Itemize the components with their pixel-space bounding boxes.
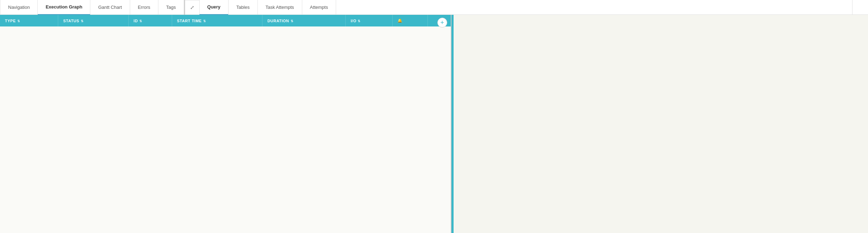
top-navigation: NavigationExecution GraphGantt ChartErro… xyxy=(0,0,868,15)
col-header-start_time[interactable]: START TIME⇅ xyxy=(172,15,262,26)
left-panel: + TYPE⇅STATUS⇅ID⇅START TIME⇅DURATION⇅I/O… xyxy=(0,15,451,233)
table-wrapper: + TYPE⇅STATUS⇅ID⇅START TIME⇅DURATION⇅I/O… xyxy=(0,15,451,26)
data-table: TYPE⇅STATUS⇅ID⇅START TIME⇅DURATION⇅I/O⇅🔔 xyxy=(0,15,451,26)
tab-tags[interactable]: Tags xyxy=(158,0,184,15)
col-header-alert[interactable]: 🔔 xyxy=(392,15,427,26)
tab-execution-graph[interactable]: Execution Graph xyxy=(38,0,90,15)
tab-tables[interactable]: Tables xyxy=(228,0,258,15)
main-layout: + TYPE⇅STATUS⇅ID⇅START TIME⇅DURATION⇅I/O… xyxy=(0,15,868,233)
tab-errors[interactable]: Errors xyxy=(130,0,158,15)
tab-attempts[interactable]: Attempts xyxy=(302,0,336,15)
tab-query[interactable]: Query xyxy=(199,0,229,15)
col-header-id[interactable]: ID⇅ xyxy=(128,15,172,26)
expand-icon-button[interactable]: ⤢ xyxy=(185,0,200,15)
right-nav-section: ⤢ QueryTablesTask AttemptsAttempts xyxy=(184,0,868,15)
col-header-type[interactable]: TYPE⇅ xyxy=(0,15,58,26)
col-header-io[interactable]: I/O⇅ xyxy=(346,15,392,26)
sort-icon: ⇅ xyxy=(81,19,84,23)
right-panel xyxy=(451,15,868,233)
code-area xyxy=(454,15,478,233)
col-header-status[interactable]: STATUS⇅ xyxy=(58,15,129,26)
col-header-duration[interactable]: DURATION⇅ xyxy=(262,15,346,26)
sort-icon: ⇅ xyxy=(139,19,142,23)
copy-query-button[interactable] xyxy=(852,0,868,15)
sort-icon: ⇅ xyxy=(291,19,294,23)
table-header-row: TYPE⇅STATUS⇅ID⇅START TIME⇅DURATION⇅I/O⇅🔔 xyxy=(0,15,451,26)
sort-icon: ⇅ xyxy=(17,19,20,23)
tab-navigation[interactable]: Navigation xyxy=(0,0,38,15)
sort-icon: ⇅ xyxy=(358,19,361,23)
table-header: TYPE⇅STATUS⇅ID⇅START TIME⇅DURATION⇅I/O⇅🔔 xyxy=(0,15,451,26)
tab-gantt-chart[interactable]: Gantt Chart xyxy=(90,0,130,15)
tab-task-attempts[interactable]: Task Attempts xyxy=(257,0,302,15)
left-nav-tabs: NavigationExecution GraphGantt ChartErro… xyxy=(0,0,184,15)
code-content xyxy=(468,18,478,229)
line-numbers xyxy=(454,18,468,229)
sort-icon: ⇅ xyxy=(203,19,206,23)
add-button[interactable]: + xyxy=(437,18,447,28)
